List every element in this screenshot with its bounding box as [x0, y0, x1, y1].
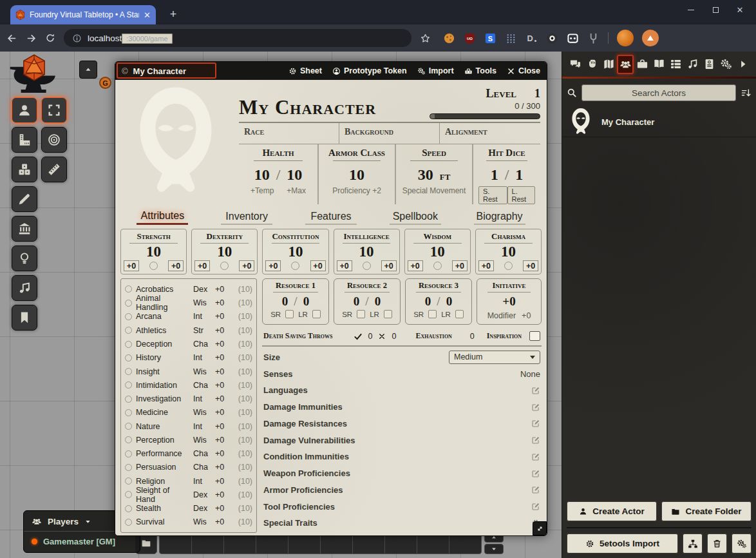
actor-list-item[interactable]: My Character	[562, 107, 756, 137]
skill-name[interactable]: History	[136, 353, 189, 362]
sidebar-tab[interactable]	[650, 55, 667, 74]
lr-checkbox[interactable]	[312, 310, 321, 318]
ability-check-mod[interactable]: +0	[381, 260, 397, 271]
skill-proficiency-radio[interactable]	[125, 464, 132, 471]
skill-proficiency-radio[interactable]	[125, 436, 132, 443]
speed-value[interactable]: 30	[418, 166, 433, 184]
tool-button[interactable]	[41, 157, 67, 182]
skill-name[interactable]: Persuasion	[136, 463, 189, 472]
resource-label[interactable]: Resource 3	[408, 281, 469, 293]
skill-proficiency-radio[interactable]	[125, 313, 132, 320]
ability-name[interactable]: Dexterity	[194, 231, 254, 244]
create-folder-button[interactable]: Create Folder	[661, 501, 751, 521]
skill-name[interactable]: Perception	[136, 436, 189, 445]
skill-name[interactable]: Deception	[136, 340, 189, 349]
skill-name[interactable]: Religion	[136, 477, 189, 486]
short-rest-button[interactable]: S. Rest	[478, 186, 507, 204]
initiative-label[interactable]: Initiative	[480, 281, 538, 293]
inspiration-checkbox[interactable]	[529, 331, 540, 341]
death-success-icon[interactable]	[354, 332, 363, 341]
resource-max[interactable]: 0	[375, 294, 381, 309]
ability-proficiency-radio[interactable]	[504, 262, 513, 270]
skill-proficiency-radio[interactable]	[125, 505, 132, 512]
hp-maxmod-label[interactable]: +Max	[287, 186, 306, 195]
skill-row[interactable]: Insight Wis +0 (10)	[125, 365, 252, 378]
resource-value[interactable]: 0	[354, 294, 360, 309]
extension-icon[interactable]	[546, 32, 558, 44]
folder-tree-button[interactable]	[683, 534, 703, 553]
edit-icon[interactable]	[531, 502, 540, 511]
ability-check-mod[interactable]: +0	[452, 260, 468, 271]
browser-menu-update-icon[interactable]	[642, 30, 659, 46]
sheet-tab[interactable]: Spellbook	[390, 211, 441, 225]
skill-row[interactable]: Sleight of Hand Dex +0 (10)	[125, 488, 252, 501]
extension-icon[interactable]	[567, 32, 579, 44]
tool-button[interactable]	[12, 127, 37, 153]
tab-close-icon[interactable]: ✕	[144, 10, 151, 20]
close-window-button[interactable]: ✕	[728, 1, 752, 18]
resource-label[interactable]: Resource 2	[337, 281, 397, 293]
skill-proficiency-radio[interactable]	[125, 300, 132, 307]
extension-icon[interactable]	[505, 32, 517, 44]
settings-button[interactable]	[732, 534, 751, 553]
edit-icon[interactable]	[531, 436, 540, 445]
tool-button[interactable]	[41, 127, 67, 153]
skill-row[interactable]: History Int +0 (10)	[125, 351, 252, 365]
sidebar-tab[interactable]	[668, 55, 685, 74]
extension-icon[interactable]	[587, 32, 600, 44]
foundry-logo[interactable]	[3, 55, 72, 97]
sr-checkbox[interactable]	[357, 310, 365, 318]
sr-checkbox[interactable]	[285, 310, 294, 318]
hotbar-page-down-button[interactable]	[484, 544, 504, 554]
new-tab-button[interactable]: +	[165, 6, 182, 23]
skill-row[interactable]: Deception Cha +0 (10)	[125, 338, 252, 351]
back-icon[interactable]	[6, 33, 17, 44]
reload-icon[interactable]	[45, 33, 55, 43]
resource-value[interactable]: 0	[282, 294, 288, 309]
sidebar-tab[interactable]	[567, 55, 583, 74]
death-failure-count[interactable]: 0	[392, 332, 396, 341]
ability-score[interactable]: 10	[265, 244, 325, 260]
tool-button[interactable]	[12, 186, 37, 212]
skill-row[interactable]: Stealth Dex +0 (10)	[125, 502, 252, 515]
exhaustion-value[interactable]: 0	[470, 332, 475, 341]
browser-tab[interactable]: Foundry Virtual Tabletop • A Stan ✕	[10, 5, 156, 24]
tool-button[interactable]	[12, 275, 37, 301]
skill-row[interactable]: Performance Cha +0 (10)	[125, 447, 252, 461]
sidebar-tab[interactable]	[617, 55, 634, 74]
sheet-tab[interactable]: Biography	[474, 211, 525, 225]
skill-proficiency-radio[interactable]	[125, 450, 132, 457]
extension-icon[interactable]	[525, 32, 538, 44]
edit-icon[interactable]	[531, 403, 540, 412]
tool-button[interactable]	[12, 97, 37, 123]
initiative-value[interactable]: +0	[502, 294, 515, 309]
ability-check-mod[interactable]: +0	[523, 260, 538, 271]
ability-name[interactable]: Charisma	[478, 231, 538, 244]
skill-row[interactable]: Medicine Wis +0 (10)	[125, 406, 252, 419]
sidebar-tab[interactable]	[600, 55, 617, 74]
skill-row[interactable]: Intimidation Cha +0 (10)	[125, 378, 252, 392]
hit-dice-current[interactable]: 1	[491, 166, 498, 184]
profile-avatar[interactable]	[617, 30, 634, 46]
skill-name[interactable]: Nature	[136, 422, 189, 431]
skill-name[interactable]: Investigation	[136, 394, 189, 403]
ability-score[interactable]: 10	[478, 244, 538, 260]
skill-proficiency-radio[interactable]	[125, 341, 132, 348]
ability-score[interactable]: 10	[408, 244, 468, 260]
sheet-tab[interactable]: Attributes	[137, 210, 188, 225]
ability-score[interactable]: 10	[194, 244, 254, 260]
ability-save-mod[interactable]: +0	[478, 260, 494, 271]
skill-proficiency-radio[interactable]	[125, 368, 132, 375]
window-titlebar[interactable]: © My Character Sheet Prototype Token	[115, 62, 547, 80]
search-input[interactable]	[581, 84, 736, 101]
resource-label[interactable]: Resource 1	[265, 281, 326, 293]
skill-proficiency-radio[interactable]	[125, 381, 132, 389]
delete-button[interactable]	[707, 534, 727, 553]
sidebar-tab[interactable]	[701, 55, 718, 74]
window-resize-handle[interactable]	[533, 521, 547, 535]
ability-save-mod[interactable]: +0	[408, 260, 423, 271]
ability-save-mod[interactable]: +0	[265, 260, 281, 271]
hp-temp-label[interactable]: +Temp	[250, 186, 274, 195]
5etools-import-button[interactable]: 5etools Import	[567, 534, 678, 553]
ability-check-mod[interactable]: +0	[310, 260, 326, 271]
